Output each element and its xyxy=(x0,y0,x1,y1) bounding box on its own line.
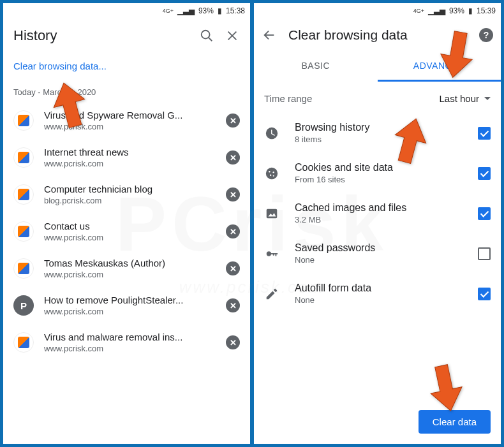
history-title: Computer technician blog xyxy=(44,184,216,194)
history-title: How to remove PoulightStealer... xyxy=(44,295,216,305)
favicon-icon xyxy=(13,110,34,131)
favicon-icon xyxy=(13,332,34,353)
option-text: Browsing history8 items xyxy=(295,122,463,144)
option-subtitle: From 16 sites xyxy=(295,175,463,184)
option-text: Saved passwordsNone xyxy=(295,242,463,265)
option-checkbox[interactable] xyxy=(478,288,491,300)
option-checkbox[interactable] xyxy=(478,207,491,220)
favicon-icon xyxy=(13,184,34,205)
clear-data-option: Browsing history8 items xyxy=(254,113,501,153)
option-checkbox[interactable] xyxy=(478,127,491,140)
clear-data-option: Cached images and files3.2 MB xyxy=(254,193,501,233)
tab-advanced[interactable]: ADVANCED xyxy=(378,52,501,82)
clear-data-header: Clear browsing data ? xyxy=(254,18,501,52)
pencil-icon xyxy=(264,286,279,302)
svg-point-7 xyxy=(269,171,270,172)
option-text: Autofill form dataNone xyxy=(295,282,463,305)
date-header: Today - March 9, 2020 xyxy=(3,82,250,102)
time-range-selector[interactable]: Time range Last hour xyxy=(254,82,501,113)
battery-icon: ▮ xyxy=(218,6,222,15)
option-title: Autofill form data xyxy=(295,282,463,294)
svg-point-6 xyxy=(266,167,278,179)
remove-history-button[interactable]: ✕ xyxy=(226,224,240,238)
clear-data-option: Saved passwordsNone xyxy=(254,233,501,274)
option-text: Cookies and site dataFrom 16 sites xyxy=(295,162,463,184)
tabs: BASIC ADVANCED xyxy=(254,52,501,82)
history-item[interactable]: Virus and Spyware Removal G...www.pcrisk… xyxy=(3,102,250,139)
svg-point-0 xyxy=(202,31,210,39)
history-url: www.pcrisk.com xyxy=(44,122,216,131)
close-icon xyxy=(225,29,239,43)
battery-pct: 93% xyxy=(198,6,214,15)
history-list: Virus and Spyware Removal G...www.pcrisk… xyxy=(3,102,250,444)
remove-history-button[interactable]: ✕ xyxy=(226,298,240,312)
svg-point-13 xyxy=(267,251,271,256)
clock-icon xyxy=(264,126,279,141)
svg-rect-11 xyxy=(267,209,278,218)
close-button[interactable] xyxy=(225,28,240,43)
clear-data-option: Autofill form dataNone xyxy=(254,274,501,314)
history-item[interactable]: Contact uswww.pcrisk.com✕ xyxy=(3,213,250,250)
history-url: www.pcrisk.com xyxy=(44,159,216,168)
remove-history-button[interactable]: ✕ xyxy=(226,335,240,349)
status-bar: 4G+ ▁▃▅ 93% ▮ 15:38 xyxy=(3,3,250,18)
svg-rect-16 xyxy=(273,253,274,256)
svg-rect-15 xyxy=(276,253,277,256)
history-item[interactable]: Tomas Meskauskas (Author)www.pcrisk.com✕ xyxy=(3,250,250,287)
favicon-icon xyxy=(13,221,34,242)
history-url: www.pcrisk.com xyxy=(44,344,216,353)
back-button[interactable] xyxy=(262,27,277,43)
clear-data-button[interactable]: Clear data xyxy=(419,410,491,434)
svg-point-9 xyxy=(270,174,271,175)
remove-history-button[interactable]: ✕ xyxy=(226,150,240,165)
phone-clear-data: 4G+ ▁▃▅ 93% ▮ 15:39 Clear browsing data … xyxy=(253,3,501,444)
page-title: History xyxy=(13,27,189,44)
favicon-icon: P xyxy=(13,295,34,316)
search-button[interactable] xyxy=(199,28,214,43)
option-subtitle: None xyxy=(295,255,463,265)
battery-icon: ▮ xyxy=(468,6,473,15)
remove-history-button[interactable]: ✕ xyxy=(226,187,240,202)
favicon-icon xyxy=(13,258,34,279)
history-url: www.pcrisk.com xyxy=(44,233,216,242)
option-checkbox[interactable] xyxy=(478,167,491,180)
remove-history-button[interactable]: ✕ xyxy=(226,114,240,128)
tab-basic[interactable]: BASIC xyxy=(254,52,378,82)
option-title: Cookies and site data xyxy=(295,162,463,173)
svg-line-1 xyxy=(209,38,212,41)
signal-icon: ▁▃▅ xyxy=(428,6,445,15)
option-subtitle: 3.2 MB xyxy=(295,215,463,224)
history-url: www.pcrisk.com xyxy=(44,307,216,316)
option-title: Browsing history xyxy=(295,122,463,133)
history-title: Virus and malware removal ins... xyxy=(44,332,216,342)
history-text: Contact uswww.pcrisk.com xyxy=(44,221,216,242)
remove-history-button[interactable]: ✕ xyxy=(226,261,240,275)
history-title: Tomas Meskauskas (Author) xyxy=(44,258,216,268)
history-item[interactable]: Internet threat newswww.pcrisk.com✕ xyxy=(3,139,250,176)
history-text: How to remove PoulightStealer...www.pcri… xyxy=(44,295,216,316)
history-text: Virus and Spyware Removal G...www.pcrisk… xyxy=(44,110,216,131)
back-arrow-icon xyxy=(262,28,276,42)
image-icon xyxy=(264,206,279,221)
history-text: Tomas Meskauskas (Author)www.pcrisk.com xyxy=(44,258,216,279)
option-subtitle: 8 items xyxy=(295,135,463,144)
status-bar: 4G+ ▁▃▅ 93% ▮ 15:39 xyxy=(254,3,501,18)
clear-browsing-data-link[interactable]: Clear browsing data... xyxy=(13,61,107,71)
history-header: History xyxy=(3,18,250,53)
history-item[interactable]: Virus and malware removal ins...www.pcri… xyxy=(3,324,250,361)
network-indicator: 4G+ xyxy=(163,8,174,14)
history-url: blog.pcrisk.com xyxy=(44,196,216,205)
key-icon xyxy=(264,246,279,261)
option-subtitle: None xyxy=(295,295,463,305)
help-button[interactable]: ? xyxy=(479,28,493,42)
option-checkbox[interactable] xyxy=(478,247,491,260)
option-title: Cached images and files xyxy=(295,202,463,214)
clock-time: 15:39 xyxy=(477,6,496,15)
battery-pct: 93% xyxy=(449,6,464,15)
history-item[interactable]: Computer technician blogblog.pcrisk.com✕ xyxy=(3,176,250,213)
time-range-value: Last hour xyxy=(439,93,479,104)
history-title: Contact us xyxy=(44,221,216,231)
svg-point-8 xyxy=(273,171,274,172)
dropdown-arrow-icon xyxy=(484,97,491,100)
history-item[interactable]: PHow to remove PoulightStealer...www.pcr… xyxy=(3,287,250,324)
